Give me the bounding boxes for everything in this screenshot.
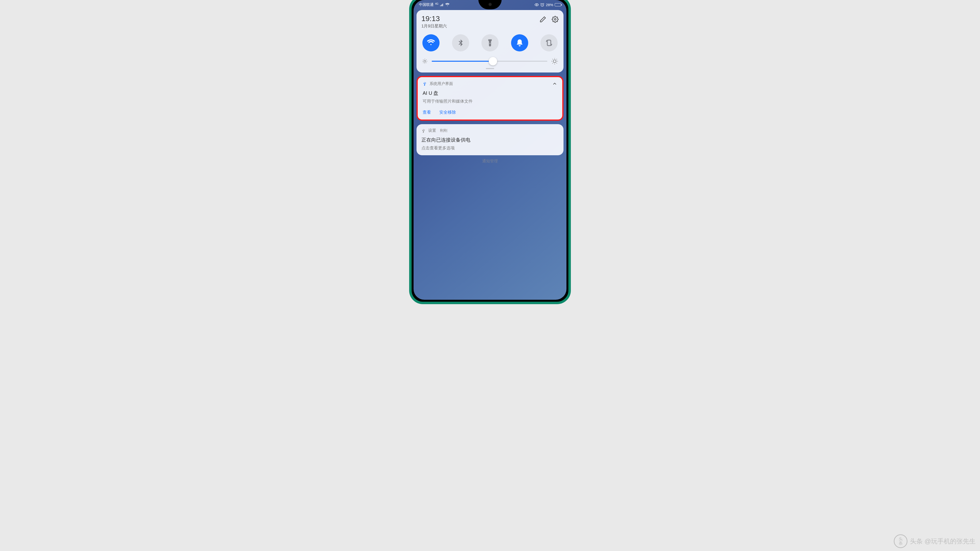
network-badge: 4G: [435, 2, 438, 5]
svg-point-5: [553, 60, 556, 63]
signal-icon: [440, 3, 444, 7]
eye-icon: [535, 3, 539, 7]
notification-app-name: 系统用户界面: [430, 81, 453, 86]
brightness-thumb[interactable]: [489, 57, 497, 65]
watermark-badge: 头 条: [894, 534, 907, 548]
notification-title: 正在向已连接设备供电: [422, 137, 558, 143]
svg-point-0: [536, 4, 537, 5]
svg-rect-3: [547, 40, 551, 46]
notification-app-name: 设置: [428, 128, 436, 133]
clock-date: 1月9日星期六: [422, 23, 447, 29]
action-view[interactable]: 查看: [423, 110, 431, 115]
notification-title: AI U 盘: [423, 90, 557, 97]
wifi-icon: [445, 3, 450, 7]
notification-usb-drive[interactable]: 系统用户界面 AI U 盘 可用于传输照片和媒体文件 查看 安全移除: [417, 76, 563, 121]
collapse-icon[interactable]: [552, 81, 557, 86]
carrier-label: 中国联通: [419, 2, 434, 7]
toggle-wifi[interactable]: [422, 34, 439, 51]
panel-drag-handle[interactable]: [486, 68, 494, 69]
alarm-icon: [540, 3, 544, 7]
edit-icon[interactable]: [539, 16, 546, 23]
notification-shade[interactable]: 19:13 1月9日星期六: [414, 8, 566, 164]
toggle-sound[interactable]: [511, 34, 528, 51]
notification-desc: 可用于传输照片和媒体文件: [423, 98, 557, 104]
usb-icon: [423, 81, 427, 86]
brightness-slider[interactable]: [422, 58, 558, 65]
notification-time: 刚刚: [440, 128, 447, 133]
brightness-low-icon: [422, 58, 428, 64]
notification-desc: 点击查看更多选项: [422, 145, 558, 151]
brightness-high-icon: [551, 58, 558, 65]
action-eject[interactable]: 安全移除: [439, 110, 456, 115]
camera-dot: [488, 2, 492, 6]
quick-settings-panel: 19:13 1月9日星期六: [417, 10, 563, 73]
settings-icon[interactable]: [552, 16, 558, 23]
usb-icon: [422, 129, 426, 133]
battery-icon: [555, 3, 561, 6]
clock-time: 19:13: [422, 14, 447, 23]
toggle-rotate[interactable]: [541, 34, 558, 51]
toggle-flashlight[interactable]: [481, 34, 499, 51]
toggle-bluetooth[interactable]: [452, 34, 469, 51]
battery-percent: 28%: [546, 3, 553, 7]
svg-point-2: [554, 19, 556, 20]
brightness-track[interactable]: [432, 61, 547, 62]
svg-point-4: [424, 60, 426, 62]
notification-settings-link[interactable]: 通知管理: [417, 159, 563, 164]
watermark: 头 条 头条 @玩手机的张先生: [894, 534, 975, 548]
notification-charging[interactable]: 设置 刚刚 正在向已连接设备供电 点击查看更多选项: [417, 124, 563, 155]
watermark-text: 头条 @玩手机的张先生: [910, 537, 975, 546]
phone-frame: 中国联通 4G 28% 19:13 1月9日星期六: [409, 0, 571, 304]
screen: 中国联通 4G 28% 19:13 1月9日星期六: [414, 0, 566, 300]
